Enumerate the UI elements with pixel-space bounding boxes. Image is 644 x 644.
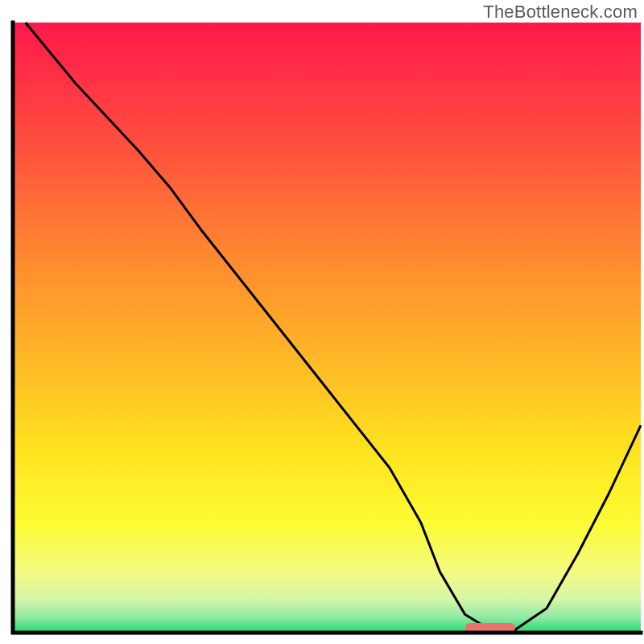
watermark-label: TheBottleneck.com	[483, 2, 638, 23]
plot-background	[13, 23, 641, 633]
chart-svg	[0, 0, 644, 644]
bottleneck-chart: TheBottleneck.com	[0, 0, 644, 644]
